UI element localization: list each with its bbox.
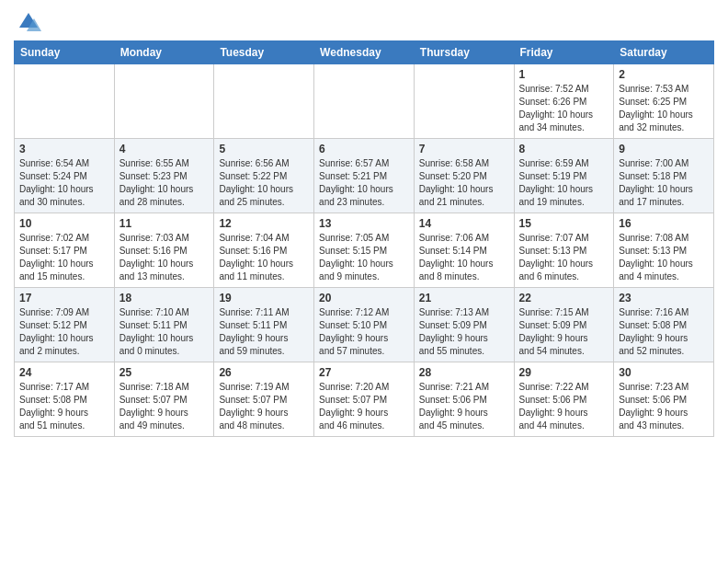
calendar-cell: 17Sunrise: 7:09 AM Sunset: 5:12 PM Dayli… [15,288,115,362]
day-number: 22 [519,292,609,304]
day-number: 8 [519,143,609,155]
calendar-cell [214,64,314,139]
day-number: 5 [219,143,309,155]
calendar-cell: 22Sunrise: 7:15 AM Sunset: 5:09 PM Dayli… [514,288,614,362]
calendar-cell: 20Sunrise: 7:12 AM Sunset: 5:10 PM Dayli… [314,288,415,362]
day-number: 12 [219,217,309,230]
weekday-header-friday: Friday [514,41,614,64]
day-info: Sunrise: 7:09 AM Sunset: 5:12 PM Dayligh… [19,306,109,358]
day-number: 7 [419,143,509,155]
day-info: Sunrise: 7:23 AM Sunset: 5:06 PM Dayligh… [619,381,709,432]
calendar-cell: 24Sunrise: 7:17 AM Sunset: 5:08 PM Dayli… [15,362,115,437]
day-info: Sunrise: 7:06 AM Sunset: 5:14 PM Dayligh… [419,232,509,283]
day-info: Sunrise: 6:57 AM Sunset: 5:21 PM Dayligh… [319,157,409,209]
day-info: Sunrise: 7:12 AM Sunset: 5:10 PM Dayligh… [319,306,409,358]
day-number: 29 [519,366,609,379]
weekday-header-monday: Monday [114,41,214,64]
calendar-cell: 15Sunrise: 7:07 AM Sunset: 5:13 PM Dayli… [514,213,614,288]
day-number: 15 [519,217,609,230]
day-info: Sunrise: 7:52 AM Sunset: 6:26 PM Dayligh… [519,83,609,134]
weekday-header-thursday: Thursday [414,41,514,64]
week-row-1: 1Sunrise: 7:52 AM Sunset: 6:26 PM Daylig… [15,64,714,139]
day-number: 26 [219,366,309,379]
week-row-2: 3Sunrise: 6:54 AM Sunset: 5:24 PM Daylig… [15,139,714,213]
day-info: Sunrise: 7:19 AM Sunset: 5:07 PM Dayligh… [219,381,309,432]
day-number: 11 [119,217,210,230]
day-info: Sunrise: 7:13 AM Sunset: 5:09 PM Dayligh… [419,306,509,358]
day-number: 28 [419,366,509,379]
day-info: Sunrise: 7:11 AM Sunset: 5:11 PM Dayligh… [219,306,309,358]
weekday-header-row: SundayMondayTuesdayWednesdayThursdayFrid… [15,41,714,64]
day-number: 18 [119,292,210,304]
calendar-cell: 14Sunrise: 7:06 AM Sunset: 5:14 PM Dayli… [414,213,514,288]
day-info: Sunrise: 7:04 AM Sunset: 5:16 PM Dayligh… [219,232,309,283]
day-info: Sunrise: 7:03 AM Sunset: 5:16 PM Dayligh… [119,232,210,283]
calendar-cell [114,64,214,139]
weekday-header-sunday: Sunday [15,41,115,64]
calendar-cell: 8Sunrise: 6:59 AM Sunset: 5:19 PM Daylig… [514,139,614,213]
week-row-4: 17Sunrise: 7:09 AM Sunset: 5:12 PM Dayli… [15,288,714,362]
day-info: Sunrise: 7:00 AM Sunset: 5:18 PM Dayligh… [619,157,709,209]
calendar-cell: 9Sunrise: 7:00 AM Sunset: 5:18 PM Daylig… [614,139,714,213]
logo-icon [16,9,41,35]
day-number: 16 [619,217,709,230]
day-info: Sunrise: 7:18 AM Sunset: 5:07 PM Dayligh… [119,381,210,432]
day-info: Sunrise: 6:58 AM Sunset: 5:20 PM Dayligh… [419,157,509,209]
day-number: 19 [219,292,309,304]
calendar-cell: 6Sunrise: 6:57 AM Sunset: 5:21 PM Daylig… [314,139,415,213]
calendar-cell [314,64,415,139]
day-info: Sunrise: 7:07 AM Sunset: 5:13 PM Dayligh… [519,232,609,283]
calendar-cell [15,64,115,139]
day-info: Sunrise: 7:16 AM Sunset: 5:08 PM Dayligh… [619,306,709,358]
day-number: 24 [19,366,109,379]
day-number: 27 [319,366,409,379]
calendar-cell: 16Sunrise: 7:08 AM Sunset: 5:13 PM Dayli… [614,213,714,288]
day-info: Sunrise: 7:53 AM Sunset: 6:25 PM Dayligh… [619,83,709,134]
day-info: Sunrise: 6:59 AM Sunset: 5:19 PM Dayligh… [519,157,609,209]
calendar-cell [414,64,514,139]
day-number: 10 [19,217,109,230]
day-number: 14 [419,217,509,230]
calendar-cell: 11Sunrise: 7:03 AM Sunset: 5:16 PM Dayli… [114,213,214,288]
day-info: Sunrise: 7:21 AM Sunset: 5:06 PM Dayligh… [419,381,509,432]
day-info: Sunrise: 7:20 AM Sunset: 5:07 PM Dayligh… [319,381,409,432]
day-info: Sunrise: 6:54 AM Sunset: 5:24 PM Dayligh… [19,157,109,209]
calendar-cell: 2Sunrise: 7:53 AM Sunset: 6:25 PM Daylig… [614,64,714,139]
calendar-cell: 5Sunrise: 6:56 AM Sunset: 5:22 PM Daylig… [214,139,314,213]
calendar-cell: 26Sunrise: 7:19 AM Sunset: 5:07 PM Dayli… [214,362,314,437]
calendar-cell: 21Sunrise: 7:13 AM Sunset: 5:09 PM Dayli… [414,288,514,362]
calendar-cell: 13Sunrise: 7:05 AM Sunset: 5:15 PM Dayli… [314,213,415,288]
day-number: 21 [419,292,509,304]
day-number: 2 [619,68,709,81]
calendar-cell: 12Sunrise: 7:04 AM Sunset: 5:16 PM Dayli… [214,213,314,288]
calendar-table: SundayMondayTuesdayWednesdayThursdayFrid… [14,40,714,437]
day-info: Sunrise: 7:10 AM Sunset: 5:11 PM Dayligh… [119,306,210,358]
day-number: 1 [519,68,609,81]
week-row-3: 10Sunrise: 7:02 AM Sunset: 5:17 PM Dayli… [15,213,714,288]
day-number: 17 [19,292,109,304]
day-info: Sunrise: 6:56 AM Sunset: 5:22 PM Dayligh… [219,157,309,209]
weekday-header-tuesday: Tuesday [214,41,314,64]
calendar-cell: 27Sunrise: 7:20 AM Sunset: 5:07 PM Dayli… [314,362,415,437]
day-number: 25 [119,366,210,379]
calendar-cell: 7Sunrise: 6:58 AM Sunset: 5:20 PM Daylig… [414,139,514,213]
day-info: Sunrise: 7:15 AM Sunset: 5:09 PM Dayligh… [519,306,609,358]
calendar-cell: 30Sunrise: 7:23 AM Sunset: 5:06 PM Dayli… [614,362,714,437]
calendar-cell: 4Sunrise: 6:55 AM Sunset: 5:23 PM Daylig… [114,139,214,213]
day-info: Sunrise: 7:02 AM Sunset: 5:17 PM Dayligh… [19,232,109,283]
day-info: Sunrise: 6:55 AM Sunset: 5:23 PM Dayligh… [119,157,210,209]
day-info: Sunrise: 7:08 AM Sunset: 5:13 PM Dayligh… [619,232,709,283]
day-number: 4 [119,143,210,155]
day-number: 3 [19,143,109,155]
calendar-cell: 25Sunrise: 7:18 AM Sunset: 5:07 PM Dayli… [114,362,214,437]
day-number: 9 [619,143,709,155]
day-number: 20 [319,292,409,304]
calendar-cell: 29Sunrise: 7:22 AM Sunset: 5:06 PM Dayli… [514,362,614,437]
day-info: Sunrise: 7:17 AM Sunset: 5:08 PM Dayligh… [19,381,109,432]
weekday-header-wednesday: Wednesday [314,41,415,64]
day-number: 23 [619,292,709,304]
day-info: Sunrise: 7:22 AM Sunset: 5:06 PM Dayligh… [519,381,609,432]
page: SundayMondayTuesdayWednesdayThursdayFrid… [0,0,728,446]
day-info: Sunrise: 7:05 AM Sunset: 5:15 PM Dayligh… [319,232,409,283]
day-number: 13 [319,217,409,230]
